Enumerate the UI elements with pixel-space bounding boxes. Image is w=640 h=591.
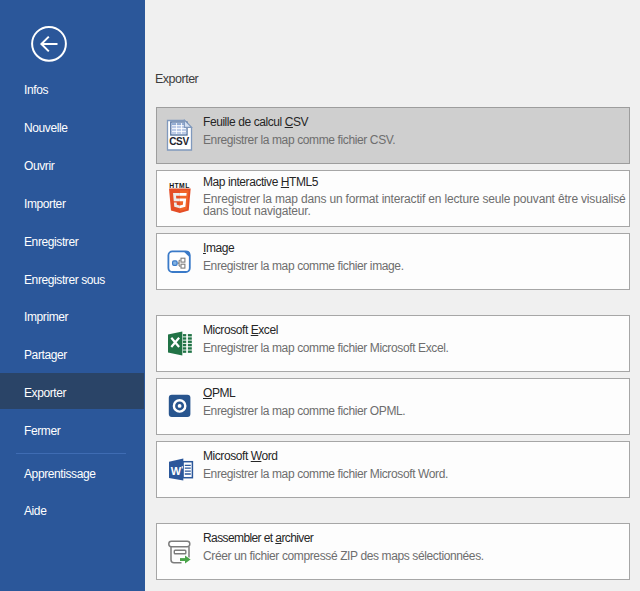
svg-text:HTML: HTML [169, 182, 189, 189]
svg-text:CSV: CSV [169, 136, 189, 147]
svg-text:W: W [171, 465, 182, 477]
